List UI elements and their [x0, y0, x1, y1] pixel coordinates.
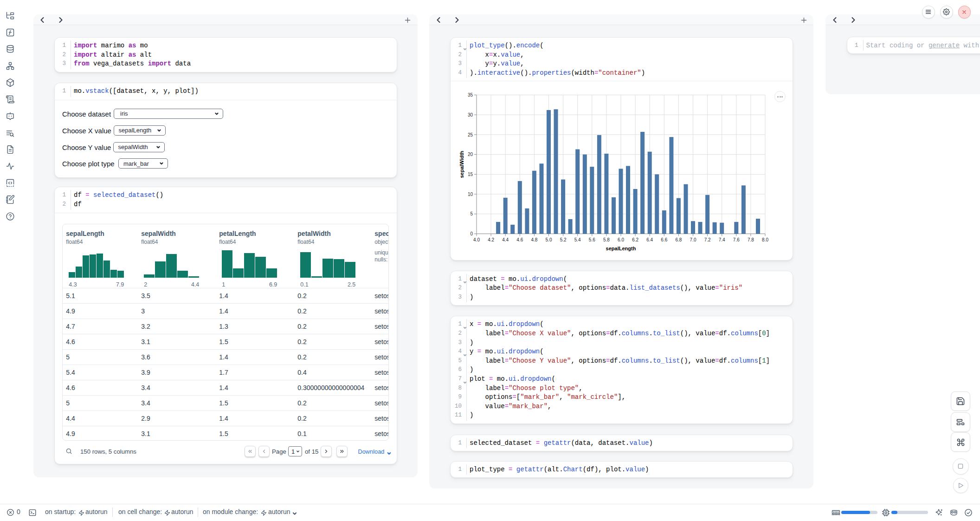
svg-text:6.2: 6.2 [632, 237, 638, 242]
svg-text:7.2: 7.2 [704, 237, 711, 242]
svg-text:4.0: 4.0 [473, 237, 480, 242]
svg-text:7.0: 7.0 [690, 237, 696, 242]
svg-text:7.8: 7.8 [748, 237, 754, 242]
svg-text:sepalLength: sepalLength [606, 246, 636, 251]
svg-text:20: 20 [468, 152, 473, 157]
svg-text:6.4: 6.4 [646, 237, 653, 242]
svg-text:7.4: 7.4 [719, 237, 725, 242]
svg-text:4.2: 4.2 [488, 237, 494, 242]
svg-text:5.8: 5.8 [603, 237, 610, 242]
svg-text:10: 10 [468, 191, 473, 196]
svg-text:5: 5 [470, 211, 473, 216]
svg-text:30: 30 [468, 112, 473, 117]
svg-text:0: 0 [470, 231, 473, 236]
svg-text:4.8: 4.8 [531, 237, 537, 242]
svg-text:5.4: 5.4 [574, 237, 581, 242]
svg-text:8.0: 8.0 [762, 237, 768, 242]
svg-text:7.6: 7.6 [733, 237, 740, 242]
svg-text:6.8: 6.8 [675, 237, 682, 242]
svg-text:4.6: 4.6 [516, 237, 523, 242]
svg-text:sepalWidth: sepalWidth [459, 150, 464, 178]
svg-text:25: 25 [468, 132, 473, 137]
svg-text:5.0: 5.0 [546, 237, 552, 242]
svg-text:35: 35 [468, 92, 473, 98]
svg-text:15: 15 [468, 172, 473, 177]
svg-text:4.4: 4.4 [502, 237, 509, 242]
svg-text:5.6: 5.6 [589, 237, 595, 242]
svg-text:6.0: 6.0 [618, 237, 624, 242]
svg-text:6.6: 6.6 [661, 237, 667, 242]
svg-text:5.2: 5.2 [560, 237, 567, 242]
